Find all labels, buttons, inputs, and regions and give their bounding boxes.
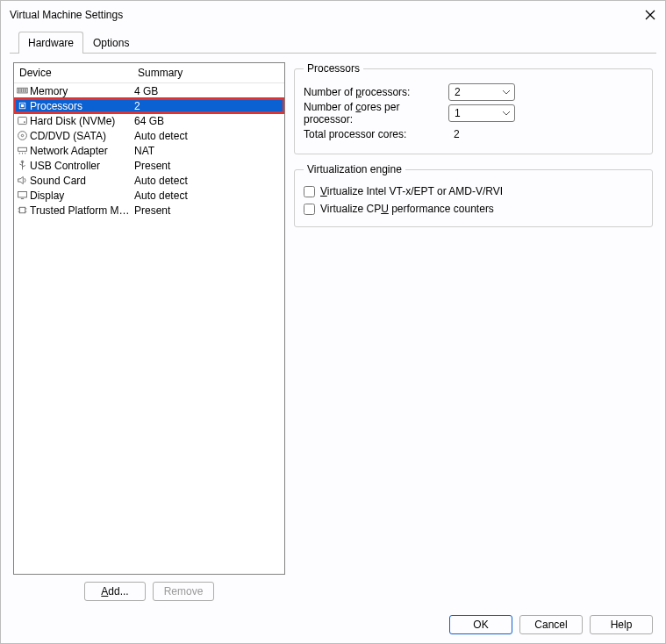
vt-checkbox[interactable]: [304, 186, 315, 197]
chevron-down-icon: [502, 109, 511, 118]
device-row-display[interactable]: Display Auto detect: [14, 188, 284, 203]
tab-options[interactable]: Options: [83, 32, 139, 54]
vt-label: Virtualize Intel VT-x/EPT or AMD-V/RVI: [320, 185, 503, 197]
perf-label: Virtualize CPU performance counters: [320, 203, 494, 215]
tpm-icon: [16, 204, 28, 217]
device-row-usb[interactable]: USB Controller Present: [14, 158, 284, 173]
cores-label: Number of cores per processor:: [304, 101, 448, 125]
usb-icon: [16, 160, 28, 172]
svg-rect-15: [18, 147, 26, 151]
device-list: Device Summary Memory 4 GB Processors 2: [13, 62, 285, 575]
svg-rect-24: [18, 191, 26, 197]
processor-icon: [16, 100, 28, 112]
close-icon[interactable]: [644, 9, 656, 21]
titlebar: Virtual Machine Settings: [1, 1, 665, 29]
device-list-header: Device Summary: [14, 63, 284, 83]
num-processors-row: Number of processors: 2: [304, 82, 643, 103]
total-cores-label: Total processor cores:: [304, 128, 448, 140]
chevron-down-icon: [502, 88, 511, 97]
device-list-body: Memory 4 GB Processors 2 Hard Disk (NVMe…: [14, 83, 284, 574]
device-row-network[interactable]: Network Adapter NAT: [14, 143, 284, 158]
display-icon: [16, 190, 28, 202]
svg-line-22: [22, 166, 25, 168]
svg-point-12: [24, 121, 25, 123]
vt-line: Virtualize Intel VT-x/EPT or AMD-V/RVI: [304, 182, 643, 200]
memory-icon: [16, 85, 28, 97]
col-summary: Summary: [132, 63, 284, 82]
virtualization-legend: Virtualization engine: [304, 163, 405, 175]
device-list-buttons: Add... Remove: [13, 575, 285, 605]
total-cores-value: 2: [448, 128, 460, 140]
svg-rect-26: [19, 207, 25, 213]
tab-hardware[interactable]: Hardware: [18, 32, 83, 54]
device-row-memory[interactable]: Memory 4 GB: [14, 83, 284, 98]
svg-marker-23: [18, 176, 23, 183]
svg-point-13: [18, 132, 26, 140]
device-row-sound[interactable]: Sound Card Auto detect: [14, 173, 284, 188]
svg-point-14: [21, 134, 23, 136]
window-title: Virtual Machine Settings: [10, 9, 644, 21]
processors-group: Processors Number of processors: 2 Numbe…: [294, 62, 653, 154]
bottom-bar: OK Cancel Help: [1, 610, 665, 643]
cores-combo[interactable]: 1: [448, 104, 515, 122]
num-processors-combo[interactable]: 2: [448, 83, 515, 101]
total-cores-row: Total processor cores: 2: [304, 124, 643, 145]
add-button[interactable]: Add...: [84, 582, 146, 601]
network-icon: [16, 145, 28, 157]
num-processors-label: Number of processors:: [304, 86, 448, 98]
cancel-button[interactable]: Cancel: [519, 615, 583, 634]
device-row-processors[interactable]: Processors 2: [14, 98, 284, 113]
col-device: Device: [14, 63, 132, 82]
vm-settings-window: Virtual Machine Settings Hardware Option…: [0, 0, 666, 644]
processors-legend: Processors: [304, 62, 363, 75]
perf-checkbox[interactable]: [304, 204, 315, 215]
ok-button[interactable]: OK: [449, 615, 512, 634]
perf-line: Virtualize CPU performance counters: [304, 200, 643, 218]
svg-rect-10: [20, 104, 23, 107]
remove-button[interactable]: Remove: [153, 582, 214, 601]
content-area: Device Summary Memory 4 GB Processors 2: [1, 54, 665, 610]
device-row-tpm[interactable]: Trusted Platform Mo… Present: [14, 203, 284, 218]
virtualization-group: Virtualization engine Virtualize Intel V…: [294, 163, 653, 227]
device-row-cddvd[interactable]: CD/DVD (SATA) Auto detect: [14, 128, 284, 143]
device-panel: Device Summary Memory 4 GB Processors 2: [13, 62, 285, 605]
help-button[interactable]: Help: [590, 615, 653, 634]
device-row-harddisk[interactable]: Hard Disk (NVMe) 64 GB: [14, 113, 284, 128]
tabs-bar: Hardware Options: [10, 29, 656, 54]
svg-rect-11: [18, 117, 26, 124]
cores-row: Number of cores per processor: 1: [304, 103, 643, 124]
right-panel: Processors Number of processors: 2 Numbe…: [294, 62, 653, 605]
harddisk-icon: [16, 115, 28, 127]
cddvd-icon: [16, 130, 28, 142]
sound-icon: [16, 175, 28, 187]
svg-line-21: [19, 164, 22, 166]
